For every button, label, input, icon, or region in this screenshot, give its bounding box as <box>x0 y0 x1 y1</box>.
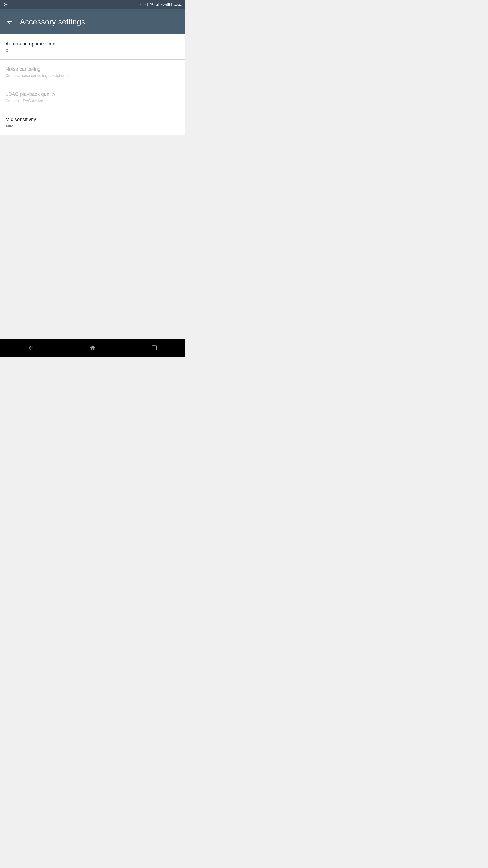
ldac-playback-title: LDAC playback quality <box>5 91 180 98</box>
signal-icon <box>156 3 159 6</box>
navigation-bar <box>0 339 185 357</box>
page-title: Accessory settings <box>20 18 85 26</box>
svg-rect-1 <box>5 4 7 5</box>
noise-canceling-item: Noise canceling Connect noise canceling … <box>0 60 185 85</box>
battery-indicator: 62% <box>161 3 172 6</box>
status-bar-left <box>4 2 8 6</box>
automatic-optimization-subtitle: Off <box>5 48 180 53</box>
nav-recent-button[interactable] <box>148 341 161 355</box>
svg-rect-10 <box>168 3 170 6</box>
automatic-optimization-item[interactable]: Automatic optimization Off <box>0 34 185 60</box>
nav-home-button[interactable] <box>86 341 99 355</box>
svg-rect-6 <box>157 4 158 6</box>
ldac-playback-subtitle: Connect LDAC device <box>5 98 180 103</box>
mic-sensitivity-title: Mic sensitivity <box>5 116 180 123</box>
wifi-icon <box>150 3 154 6</box>
minimize-icon <box>4 2 8 6</box>
svg-rect-7 <box>158 3 159 6</box>
settings-list: Automatic optimization Off Noise canceli… <box>0 34 185 135</box>
toolbar: Accessory settings <box>0 9 185 34</box>
svg-point-3 <box>146 4 147 5</box>
status-bar-right: 62% 10:22 <box>139 2 182 6</box>
mic-sensitivity-subtitle: Auto <box>5 124 180 129</box>
status-time: 10:22 <box>174 3 182 6</box>
ldac-playback-item: LDAC playback quality Connect LDAC devic… <box>0 85 185 110</box>
noise-canceling-subtitle: Connect noise canceling headphones <box>5 73 180 78</box>
status-bar: 62% 10:22 <box>0 0 185 9</box>
svg-rect-4 <box>156 5 156 6</box>
noise-canceling-title: Noise canceling <box>5 66 180 72</box>
automatic-optimization-title: Automatic optimization <box>5 41 180 47</box>
nav-back-button[interactable] <box>24 341 38 355</box>
svg-rect-11 <box>152 346 157 350</box>
bluetooth-icon <box>139 2 142 6</box>
battery-percent-label: 62% <box>161 3 167 6</box>
back-button[interactable] <box>4 17 14 27</box>
mic-sensitivity-item[interactable]: Mic sensitivity Auto <box>0 110 185 135</box>
svg-rect-5 <box>157 4 157 6</box>
empty-content-area <box>0 135 185 339</box>
svg-rect-9 <box>172 4 172 5</box>
nfc-icon <box>144 3 148 6</box>
